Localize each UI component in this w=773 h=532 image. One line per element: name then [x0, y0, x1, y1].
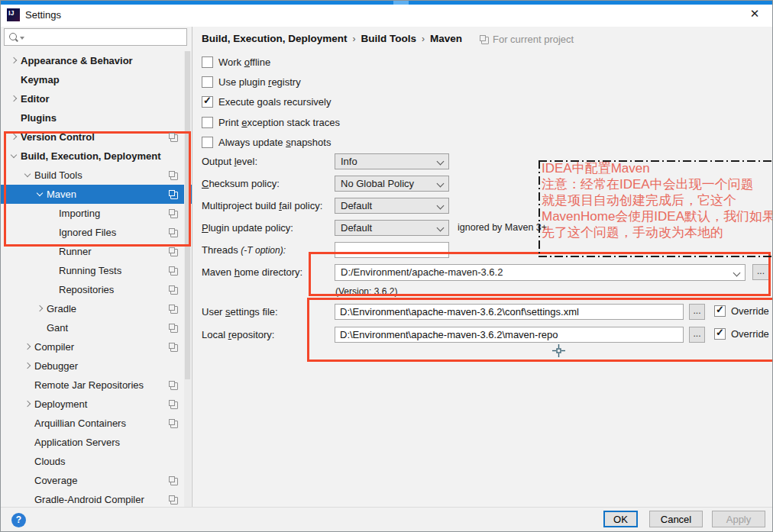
user-settings-file-input[interactable] — [335, 304, 684, 320]
search-icon — [9, 33, 17, 40]
help-button[interactable]: ? — [11, 513, 26, 527]
sidebar-item-running-tests[interactable]: Running Tests — [1, 261, 192, 280]
sidebar-item-application-servers[interactable]: Application Servers — [1, 433, 192, 452]
scrollbar-thumb[interactable] — [185, 51, 190, 379]
sidebar-item-repositories[interactable]: Repositories — [1, 280, 192, 299]
project-level-icon — [169, 266, 178, 276]
checkbox-always-update-snapshots[interactable]: Always update snapshots — [202, 136, 331, 148]
chevron-right-icon[interactable] — [34, 303, 47, 315]
breadcrumb-item[interactable]: Build, Execution, Deployment — [202, 33, 348, 44]
maven-home-combobox[interactable]: D:/Environment/apache-maven-3.6.2 — [335, 264, 746, 281]
output-level-select[interactable]: Info — [335, 153, 449, 169]
sidebar-item-runner[interactable]: Runner — [1, 242, 192, 261]
settings-sidebar: Appearance & Behavior Keymap Editor Plug… — [1, 27, 192, 508]
chevron-right-icon[interactable] — [22, 398, 34, 411]
project-level-icon — [480, 35, 489, 44]
checkbox-execute-goals-recursively[interactable]: Execute goals recursively — [202, 95, 331, 108]
checkbox-checked-icon[interactable] — [714, 305, 726, 317]
sidebar-item-debugger[interactable]: Debugger — [1, 356, 192, 376]
threads-input[interactable] — [335, 242, 449, 258]
project-level-icon — [169, 190, 178, 199]
annotation-dash-top — [539, 160, 773, 162]
sidebar-item-importing[interactable]: Importing — [1, 204, 192, 223]
chevron-down-icon[interactable] — [733, 269, 741, 277]
project-level-icon — [169, 324, 178, 333]
chevron-down-icon[interactable] — [34, 189, 47, 201]
chevron-down-icon — [437, 202, 445, 210]
plugin-update-policy-select[interactable]: Default — [335, 220, 449, 236]
checkbox-icon[interactable] — [202, 137, 213, 148]
project-level-icon — [169, 133, 178, 142]
sidebar-item-deployment[interactable]: Deployment — [1, 395, 192, 414]
sidebar-item-build-tools[interactable]: Build Tools — [1, 166, 192, 185]
breadcrumb-item[interactable]: Build Tools — [361, 33, 417, 44]
checkbox-print-exception-stack-traces[interactable]: Print exception stack traces — [202, 116, 340, 128]
project-level-icon — [169, 247, 178, 256]
sidebar-item-compiler[interactable]: Compiler — [1, 337, 192, 356]
sidebar-item-appearance-behavior[interactable]: Appearance & Behavior — [1, 51, 192, 70]
checkbox-icon[interactable] — [202, 117, 213, 128]
user-settings-override[interactable]: Override — [714, 305, 769, 317]
project-level-icon — [169, 171, 178, 180]
checkbox-work-offline[interactable]: Work offline — [202, 56, 270, 68]
sidebar-item-build-execution-deployment[interactable]: Build, Execution, Deployment — [1, 147, 192, 166]
sidebar-item-maven[interactable]: Maven — [1, 185, 192, 204]
project-level-icon — [169, 419, 178, 428]
checkbox-use-plugin-registry[interactable]: Use plugin registry — [202, 76, 301, 88]
checksum-policy-label: Checksum policy: — [202, 178, 280, 189]
annotation-dash-left — [539, 160, 540, 257]
chevron-right-icon[interactable] — [8, 55, 21, 67]
chevron-right-icon[interactable] — [22, 341, 34, 353]
project-level-icon — [169, 209, 178, 218]
checkbox-checked-icon[interactable] — [714, 328, 726, 340]
apply-button[interactable]: Apply — [712, 511, 765, 527]
sidebar-item-gradle[interactable]: Gradle — [1, 299, 192, 318]
search-options-chevron-icon[interactable] — [20, 37, 24, 40]
settings-dialog: IJ Settings ✕ Appearance & Behavior Keym… — [0, 0, 773, 532]
sidebar-item-coverage[interactable]: Coverage — [1, 471, 192, 490]
sidebar-item-arquillian-containers[interactable]: Arquillian Containers — [1, 414, 192, 433]
chevron-down-icon[interactable] — [22, 169, 34, 182]
project-level-icon — [169, 476, 178, 485]
local-repository-override[interactable]: Override — [714, 328, 769, 340]
search-input[interactable] — [4, 28, 187, 46]
checkbox-icon[interactable] — [202, 76, 213, 88]
sidebar-item-plugins[interactable]: Plugins — [1, 108, 192, 127]
sidebar-item-editor[interactable]: Editor — [1, 89, 192, 108]
crosshair-cursor-icon — [552, 344, 565, 360]
sidebar-item-keymap[interactable]: Keymap — [1, 70, 192, 89]
chevron-down-icon[interactable] — [8, 150, 21, 163]
chevron-right-icon[interactable] — [8, 131, 21, 143]
intellij-logo-icon: IJ — [7, 8, 20, 21]
user-settings-file-label: User settings file: — [202, 306, 278, 318]
sidebar-item-ignored-files[interactable]: Ignored Files — [1, 223, 192, 242]
local-repository-label: Local repository: — [202, 329, 274, 340]
cancel-button[interactable]: Cancel — [649, 511, 703, 527]
for-current-project-note: For current project — [480, 34, 574, 45]
maven-home-browse-button[interactable]: ... — [752, 264, 769, 280]
local-repository-input[interactable] — [335, 327, 684, 343]
multiproject-fail-policy-select[interactable]: Default — [335, 198, 449, 214]
breadcrumb-separator: › — [348, 34, 361, 44]
project-level-icon — [169, 400, 178, 409]
local-repository-browse-button[interactable]: ... — [689, 327, 705, 343]
sidebar-item-version-control[interactable]: Version Control — [1, 127, 192, 147]
close-icon[interactable]: ✕ — [746, 7, 763, 21]
annotation-text: IDEA中配置Maven 注意：经常在IDEA中会出现一个问题 就是项目自动创建… — [542, 160, 773, 240]
sidebar-item-gant[interactable]: Gant — [1, 318, 192, 337]
dialog-footer: ? OK Cancel Apply — [1, 507, 772, 531]
checksum-policy-select[interactable]: No Global Policy — [335, 176, 449, 192]
project-level-icon — [169, 305, 178, 314]
breadcrumb-item[interactable]: Maven — [430, 33, 462, 44]
checkbox-icon[interactable] — [202, 56, 213, 68]
sidebar-scrollbar[interactable] — [184, 51, 191, 508]
checkbox-checked-icon[interactable] — [202, 96, 213, 108]
ok-button[interactable]: OK — [603, 511, 638, 527]
sidebar-item-remote-jar-repositories[interactable]: Remote Jar Repositories — [1, 376, 192, 395]
user-settings-browse-button[interactable]: ... — [689, 304, 705, 320]
sidebar-item-clouds[interactable]: Clouds — [1, 452, 192, 471]
chevron-right-icon[interactable] — [22, 360, 34, 372]
title-bar: IJ Settings ✕ — [1, 5, 772, 27]
maven-version-note: (Version: 3.6.2) — [335, 286, 397, 297]
chevron-right-icon[interactable] — [8, 93, 21, 105]
